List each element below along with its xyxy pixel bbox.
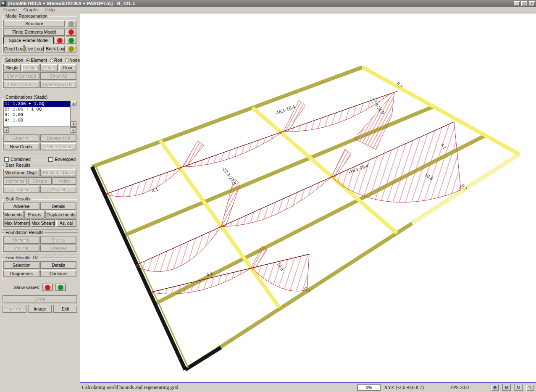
loads-color-button[interactable] — [66, 45, 76, 53]
combination-item[interactable]: 2: 1.0G + 1.0Q — [4, 107, 70, 112]
exit-button[interactable]: Exit — [53, 305, 77, 313]
foundation-moments-button[interactable]: Moments — [3, 236, 39, 244]
gray-circle-icon — [68, 21, 74, 26]
group-slab-label: Slab Results — [4, 196, 32, 201]
slab-details-button[interactable]: Details — [40, 203, 76, 210]
title-bar: [HoloMETRICA + StereoSTATIKA + PANOPLIA]… — [0, 0, 536, 7]
show-values-green-button[interactable] — [55, 284, 66, 291]
radio-rod[interactable]: Rod — [49, 58, 63, 63]
slab-adverse-button[interactable]: Adverse — [3, 203, 39, 210]
radio-element[interactable]: Element — [26, 58, 47, 63]
structure-button[interactable]: Structure — [3, 20, 65, 27]
beam-black-corner-segment — [185, 347, 221, 370]
foundation-shears-button[interactable]: Shears — [40, 236, 76, 244]
menu-help[interactable]: Help — [42, 7, 58, 12]
create-new-bar-button[interactable]: Create New Bar — [40, 81, 76, 88]
enveloped-label: Enveloped — [55, 157, 76, 162]
combinations-list[interactable]: 1: 1.35G + 1.5Q 2: 1.0G + 1.0Q 3: 1.0G 4… — [3, 101, 71, 127]
combined-checkbox[interactable]: Combined — [4, 157, 31, 162]
slab-shears-button[interactable]: Shears — [24, 211, 45, 218]
dead-loads-button[interactable]: Dead Loads — [3, 45, 24, 53]
insert-node-button[interactable]: Insert Node... — [3, 81, 39, 88]
slab-max-moments-button[interactable]: Max Moments — [3, 219, 30, 227]
select-all-button[interactable]: Select All — [3, 134, 39, 142]
show-values-red-button[interactable] — [42, 284, 53, 291]
fem-details-button[interactable]: Details — [40, 261, 76, 269]
scroll-right-icon[interactable]: ► — [71, 127, 76, 133]
group-foundation-results: Foundation Results Moments Shears As, ca… — [2, 232, 78, 255]
fem-diagramms-button[interactable]: Diagramms — [3, 270, 39, 277]
combination-item[interactable]: 4: 1.0Q — [4, 118, 70, 123]
combination-item[interactable]: 1: 1.35G + 1.5Q — [4, 101, 70, 107]
radio-node-label: Node — [69, 58, 80, 63]
combination-item[interactable]: 3: 1.0G — [4, 112, 70, 118]
bars-as-cal-button[interactable]: As, cal — [40, 186, 76, 193]
bars-moments-button[interactable]: Moments — [3, 177, 27, 185]
properties-button[interactable]: Properties — [3, 305, 26, 313]
bars-axials-button[interactable]: Axials — [53, 177, 76, 185]
measure-icon[interactable]: M — [502, 384, 511, 391]
enveloped-checkbox[interactable]: Enveloped — [48, 157, 76, 162]
globe-icon[interactable]: ⊕ — [491, 384, 499, 391]
radio-node[interactable]: Node — [64, 58, 80, 63]
continuous-button[interactable]: Continuous — [22, 64, 39, 71]
model-viewport[interactable]: -16.1-16.4 -22.3-21.9 0.7 -22.3-21.9 -16… — [80, 13, 536, 382]
fem-contours-button[interactable]: Contours — [40, 270, 76, 277]
brick-loads-button[interactable]: Brick Loads — [45, 45, 65, 53]
group-fem-results: Fem Results: DZ Selection Details Diagra… — [2, 258, 78, 280]
space-frame-red-button[interactable] — [55, 37, 65, 44]
structural-displ-button[interactable]: Structural Displ. — [40, 169, 76, 176]
show-selected-button[interactable]: Show Selected — [3, 72, 39, 80]
deselect-all-button[interactable]: Deselect All — [40, 134, 76, 142]
wireframe-displ-button[interactable]: Wireframe Displ. — [3, 169, 39, 176]
finite-elements-model-button[interactable]: Finite Elements Model — [3, 28, 65, 36]
cursor-coordinates: XYZ (-2.6 -0.6 8.7) — [384, 384, 447, 391]
menu-bar: Frame Graphs Help — [0, 7, 536, 13]
scroll-left-icon[interactable]: ◄ — [3, 127, 9, 133]
red-circle-icon — [68, 29, 74, 35]
pencil-icon[interactable]: ✎ — [526, 384, 534, 391]
single-button[interactable]: Single — [3, 64, 21, 71]
new-comb-button[interactable]: New Comb. — [3, 143, 39, 150]
minimize-button[interactable]: _ — [513, 1, 520, 6]
menu-graphs[interactable]: Graphs — [20, 7, 42, 12]
radio-rod-label: Rod — [54, 58, 62, 63]
left-tool-panel: Model Represenation Structure Finite Ele… — [0, 13, 80, 382]
floor-button[interactable]: Floor — [59, 64, 76, 71]
fem-color-button[interactable] — [66, 28, 76, 36]
bars-shears-button[interactable]: Shears — [28, 177, 52, 185]
refresh-icon[interactable]: ↻ — [514, 384, 523, 391]
slab-moments-button[interactable]: Moments 1 — [3, 211, 24, 218]
slab-displacements-button[interactable]: Displacements — [45, 211, 76, 218]
group-fem-label: Fem Results: DZ — [4, 255, 40, 260]
slab-as-cal-button[interactable]: As, cal — [56, 219, 76, 227]
image-button[interactable]: Image — [28, 305, 52, 313]
radio-icon — [50, 58, 53, 62]
scroll-down-icon[interactable]: ▼ — [71, 121, 76, 127]
vertical-scrollbar[interactable]: ▲ ▼ — [71, 101, 76, 127]
horizontal-scrollbar[interactable]: ◄ ► — [3, 127, 76, 133]
slab-max-shears-button[interactable]: Max Shears — [31, 219, 55, 227]
space-frame-green-button[interactable] — [66, 37, 76, 44]
restore-button[interactable]: □ — [521, 1, 528, 6]
show-values-label: Show values: — [14, 285, 40, 290]
solve-button[interactable]: Solve — [3, 295, 77, 303]
foundation-stresses-button[interactable]: Stresses — [40, 245, 76, 252]
red-circle-icon — [45, 285, 50, 290]
menu-frame[interactable]: Frame — [0, 7, 20, 12]
fem-selection-button[interactable]: Selection — [3, 261, 39, 269]
show-all-button[interactable]: Show All — [40, 72, 76, 80]
status-bar: Calculating world bounds and regeneratin… — [80, 382, 536, 392]
close-button[interactable]: × — [528, 1, 535, 6]
delete-comb-button[interactable]: Delete Comb — [40, 143, 76, 150]
group-bars-results: Bars Results Wireframe Displ. Structural… — [2, 165, 78, 196]
structure-color-button[interactable] — [66, 20, 76, 27]
bars-torques-button[interactable]: Torques — [3, 186, 39, 193]
foundation-as-cal-button[interactable]: As, cal — [3, 245, 39, 252]
space-frame-model-button[interactable]: Space Frame Model — [3, 37, 54, 44]
combined-label: Combined — [11, 157, 31, 162]
scroll-up-icon[interactable]: ▲ — [71, 101, 76, 106]
live-loads-button[interactable]: Live Loads — [24, 45, 45, 53]
panel-button[interactable]: Panel — [40, 64, 58, 71]
olive-circle-icon — [68, 46, 74, 52]
